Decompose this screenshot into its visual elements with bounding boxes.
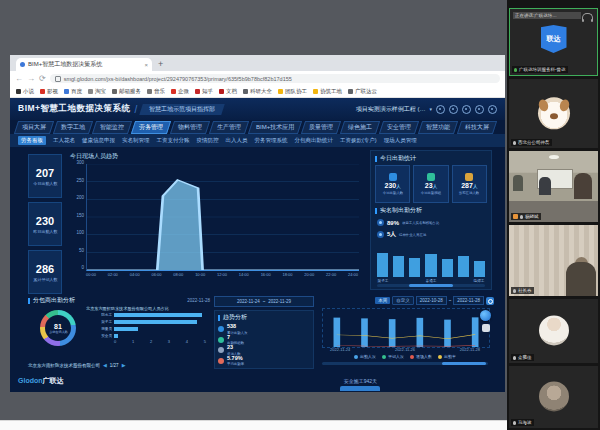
date-to-input[interactable]: 2022-11-28	[453, 296, 484, 305]
nav-tab[interactable]: 智慧功能	[418, 121, 458, 134]
sub-tab[interactable]: 实名制管理	[122, 137, 150, 144]
legend-dot-icon	[438, 355, 442, 359]
bookmark-item[interactable]: 影视	[40, 88, 58, 95]
sub-tab[interactable]: 分包商出勤统计	[295, 137, 334, 144]
chevron-down-icon[interactable]: ▾	[429, 106, 432, 112]
kpi-column: 207今日出勤人数230昨日出勤人数286累计登记人数	[28, 154, 62, 294]
company-hbar-chart: 北京东方雨虹防水技术股份有限公司人员占比 防水工架子工测量员安全员 012345	[86, 306, 206, 354]
participant-tile[interactable]: 杜长春	[509, 225, 598, 296]
back-icon[interactable]: ←	[15, 75, 23, 83]
hbar-axis: 012345	[114, 339, 206, 344]
bookmark-item[interactable]: 企微	[171, 88, 189, 95]
bookmarks-bar: 小说影视百度淘宝邮箱服务音乐企微知乎文档科研大全团队协工协筑工地广联达云	[10, 86, 505, 98]
stat-value: 230人	[385, 182, 401, 189]
bookmark-item[interactable]: 广联达云	[348, 88, 377, 95]
participant-tile[interactable]: 西北分公司仲磊	[509, 79, 598, 148]
sub-tab[interactable]: 劳务管理系统	[255, 137, 288, 144]
trade-bar	[409, 258, 420, 278]
address-bar[interactable]: smgl.glodon.com/jxs-bi/dashboard/project…	[50, 74, 500, 83]
bell-icon[interactable]	[475, 105, 484, 114]
apps-icon[interactable]	[462, 105, 471, 114]
custom-range-button[interactable]: 自定义	[392, 296, 414, 305]
participant-tile[interactable]: 杨晓斌	[509, 151, 598, 222]
nav-tab[interactable]: 物料管理	[170, 121, 210, 134]
bookmark-item[interactable]: 团队协工	[278, 88, 307, 95]
forward-icon[interactable]: →	[27, 75, 35, 83]
safety-slogan: 安全施工942天	[344, 378, 377, 384]
sub-tab[interactable]: 出入人员	[226, 137, 248, 144]
sub-tab[interactable]: 工人花名	[53, 137, 75, 144]
sub-tab[interactable]: 健康信息申报	[82, 137, 115, 144]
user-icon[interactable]	[436, 105, 445, 114]
nav-tab[interactable]: 劳务管理	[131, 121, 171, 134]
participant-tile[interactable]: 马海波	[509, 366, 598, 428]
trend-stat-value: 538	[227, 324, 250, 330]
nav-tab[interactable]: BIM+技术应用	[248, 121, 302, 134]
footer-tab[interactable]	[340, 386, 380, 391]
legend-item[interactable]: 登记人次	[382, 354, 404, 359]
x-tick: 22:00	[326, 272, 336, 277]
bookmark-item[interactable]: 邮箱服务	[112, 88, 141, 95]
subcontractor-panel: 分包商出勤分析 2022-11-28 81 当前在场人数 北京东方雨虹防水技术股…	[28, 296, 210, 368]
new-tab-button[interactable]: +	[158, 58, 163, 71]
participant-tile[interactable]: 正在讲话:广联达培… 联达 广联达培训服务科-曾达	[509, 8, 598, 76]
date-range-picker[interactable]: 2022-11-24 ~ 2022-11-29	[214, 296, 314, 307]
bookmark-item[interactable]: 百度	[64, 88, 82, 95]
project-selector[interactable]: 项目实测演示样例工程 (…	[356, 105, 426, 114]
reload-icon[interactable]: ⟳	[39, 75, 46, 83]
bookmark-item[interactable]: 科研大全	[243, 88, 272, 95]
power-icon[interactable]	[488, 105, 497, 114]
combo-x-label: 2022-11-28	[460, 347, 480, 352]
company-pager: 北京东方雨虹防水技术股份有限公司 ◀ 1/27 ▶	[28, 362, 210, 368]
assistant-button[interactable]	[480, 310, 491, 321]
participant-tile[interactable]: 众腾佳	[509, 299, 598, 363]
fullscreen-icon[interactable]	[449, 105, 458, 114]
y-tick: 300	[76, 161, 84, 166]
tab-close-icon[interactable]: ×	[144, 62, 148, 68]
nav-tab[interactable]: 科技大屏	[457, 121, 497, 134]
panel-date[interactable]: 2022-11-28	[187, 298, 210, 303]
nav-tab[interactable]: 安全管理	[379, 121, 419, 134]
nav-tab-label: 智慧功能	[426, 123, 450, 132]
browser-tab[interactable]: BIM+智慧工地数据决策系统 ×	[16, 58, 152, 71]
sub-tab[interactable]: 工资支付分账	[157, 137, 190, 144]
nav-tab[interactable]: 项目大屏	[14, 121, 54, 134]
trade-bar-chart	[377, 251, 485, 277]
sub-tab[interactable]: 工资拨款(专户)	[340, 137, 377, 144]
right-stats-panel: 今日出勤统计 230人今日出勤人数23人今日出勤班组287人当前在场人数 实名制…	[370, 150, 492, 290]
nav-tab[interactable]: 质量管理	[301, 121, 341, 134]
kpi-card: 286累计登记人数	[28, 250, 62, 294]
bookmark-item[interactable]: 知乎	[195, 88, 213, 95]
nav-tab[interactable]: 智能监控	[92, 121, 132, 134]
nav-tab-label: 项目大屏	[22, 123, 46, 132]
trade-bar	[377, 253, 388, 277]
bookmark-item[interactable]: 协筑工地	[313, 88, 342, 95]
trend-stat-row: 538累计出勤人次	[218, 324, 310, 335]
trade-bar	[458, 256, 469, 277]
trade-scrollbar[interactable]	[377, 284, 485, 287]
nav-tab[interactable]: 数字工地	[53, 121, 93, 134]
sub-tab[interactable]: 现场人员管理	[384, 137, 417, 144]
bookmark-item[interactable]: 音乐	[147, 88, 165, 95]
sub-tab[interactable]: 疫情防控	[197, 137, 219, 144]
bookmark-item[interactable]: 淘宝	[88, 88, 106, 95]
next-page-icon[interactable]: ▶	[122, 362, 126, 368]
sub-tab[interactable]: 劳务看板	[18, 136, 46, 145]
chart-scrollbar[interactable]	[322, 362, 488, 365]
legend-item[interactable]: 出勤率	[438, 354, 456, 359]
search-icon[interactable]	[486, 297, 494, 305]
quick-range-button[interactable]: 本周	[375, 297, 390, 304]
date-from-input[interactable]: 2022-10-28	[416, 296, 447, 305]
bookmark-item[interactable]: 文档	[219, 88, 237, 95]
company-name: 北京东方雨虹防水技术股份有限公司	[28, 363, 100, 368]
nav-tab-label: 绿色施工	[348, 123, 372, 132]
nav-tab[interactable]: 绿色施工	[340, 121, 380, 134]
legend-item[interactable]: 出勤人次	[354, 354, 376, 359]
nav-tab[interactable]: 生产管理	[209, 121, 249, 134]
nav-tab-label: 智能监控	[100, 123, 124, 132]
bookmark-item[interactable]: 小说	[16, 88, 34, 95]
feedback-widget[interactable]	[482, 324, 490, 332]
legend-item[interactable]: 退场人数	[410, 354, 432, 359]
prev-page-icon[interactable]: ◀	[103, 362, 107, 368]
stat-unit: 人	[473, 184, 478, 189]
